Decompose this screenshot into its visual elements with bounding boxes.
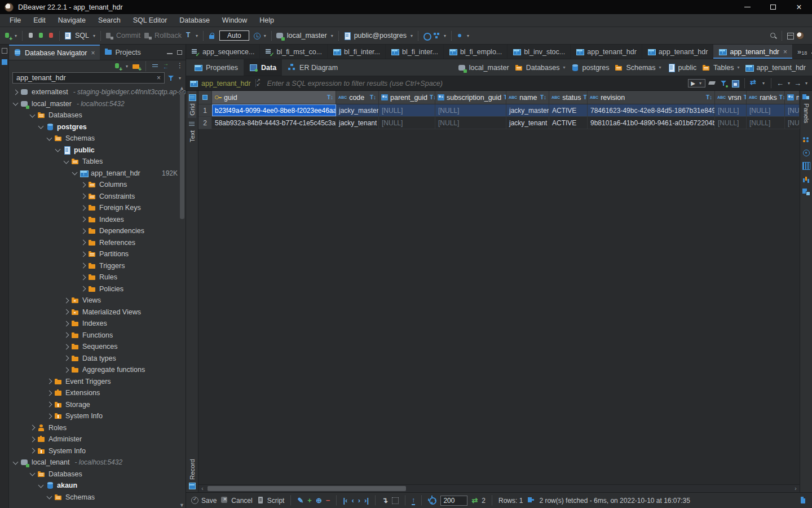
transaction-dropdown[interactable]: ▾ bbox=[196, 33, 198, 38]
record-mode-tab[interactable]: Record bbox=[188, 457, 196, 492]
tree-item-partitions[interactable]: Partitions bbox=[9, 248, 186, 260]
cell-vrsn-row1[interactable]: [NULL] bbox=[715, 104, 747, 116]
row-number-cell[interactable]: 1 bbox=[198, 104, 212, 116]
collapsed-chevron-icon[interactable] bbox=[81, 263, 86, 269]
menu-edit[interactable]: Edit bbox=[27, 15, 52, 25]
breadcrumb-schemas[interactable]: Schemas▾ bbox=[613, 64, 663, 72]
tx-refresh-icon[interactable]: ⇄ bbox=[471, 496, 478, 505]
breadcrumb-app_tenant_hdr[interactable]: app_tenant_hdr bbox=[743, 64, 807, 72]
subtab-data[interactable]: Data bbox=[244, 59, 282, 76]
editor-tab-app_tenant_hdr[interactable]: app_tenant_hdr bbox=[571, 45, 642, 59]
tree-item-akaun[interactable]: akaun bbox=[9, 480, 186, 492]
expanded-chevron-icon[interactable] bbox=[30, 112, 36, 117]
scroll-left-icon[interactable]: ‹ bbox=[198, 485, 206, 492]
close-tab-icon[interactable]: × bbox=[91, 49, 95, 57]
menu-navigate[interactable]: Navigate bbox=[52, 15, 92, 25]
scroll-down-icon[interactable]: ▼ bbox=[179, 502, 185, 508]
collapsed-chevron-icon[interactable] bbox=[64, 309, 69, 315]
rollback-button[interactable]: Rollback bbox=[155, 32, 182, 40]
expanded-chevron-icon[interactable] bbox=[13, 459, 19, 465]
editor-tab-bl_inv_stoc[interactable]: bl_inv_stoc... bbox=[508, 45, 571, 59]
tree-item-policies[interactable]: Policies bbox=[9, 283, 186, 295]
tree-item-local_tenant[interactable]: local_tenant- localhost:5432 bbox=[9, 457, 186, 468]
cancel-button[interactable]: Cancel bbox=[220, 496, 252, 505]
grid-corner-select-all[interactable] bbox=[198, 91, 212, 104]
transaction-log-icon[interactable] bbox=[184, 32, 193, 40]
connection-dropdown[interactable]: ▾ bbox=[331, 33, 333, 38]
sidebar-connection-dropdown[interactable]: ▾ bbox=[126, 64, 128, 69]
breadcrumb-dropdown-icon[interactable]: ▾ bbox=[563, 65, 565, 70]
minimize-button[interactable] bbox=[734, 0, 760, 14]
references-panel-tab[interactable] bbox=[802, 185, 810, 198]
clear-filter-icon[interactable]: × bbox=[157, 74, 161, 82]
misc-tool-icon[interactable] bbox=[456, 32, 464, 40]
restore-panel-icon[interactable] bbox=[2, 48, 7, 54]
column-sort-filter-icon[interactable]: T↕ bbox=[584, 94, 588, 100]
select-region-icon[interactable] bbox=[392, 497, 399, 504]
new-connection-icon[interactable] bbox=[3, 32, 12, 40]
column-header-vrsn[interactable]: ABCvrsnT↕ bbox=[715, 91, 747, 104]
column-header-revision[interactable]: ABCrevisionT↕ bbox=[588, 91, 715, 104]
expanded-chevron-icon[interactable] bbox=[38, 482, 44, 488]
tree-item-data-types[interactable]: Data types bbox=[9, 353, 186, 365]
connect-icon[interactable] bbox=[27, 32, 35, 40]
expanded-chevron-icon[interactable] bbox=[55, 147, 61, 152]
expanded-chevron-icon[interactable] bbox=[30, 471, 36, 476]
navigator-filter-icon[interactable] bbox=[167, 74, 175, 82]
expand-filter-icon[interactable] bbox=[255, 80, 263, 87]
tree-item-databases[interactable]: Databases bbox=[9, 110, 186, 121]
collapse-all-icon[interactable] bbox=[151, 62, 160, 71]
editor-tab-app_tenant_hdr[interactable]: app_tenant_hdr bbox=[642, 45, 714, 59]
cell-guid-row2[interactable]: 58ab932a-84b9-4443-b774-c1e5c45c3ac1 bbox=[212, 117, 336, 129]
expanded-chevron-icon[interactable] bbox=[64, 158, 69, 164]
cell-code-row2[interactable]: jacky_tenant bbox=[336, 117, 379, 129]
editor-tab-bl_fi_emplo[interactable]: bl_fi_emplo... bbox=[444, 45, 508, 59]
menu-window[interactable]: Window bbox=[216, 15, 253, 25]
previous-row-icon[interactable]: ‹ bbox=[351, 496, 354, 505]
settings-gear-icon[interactable] bbox=[428, 496, 436, 505]
scrollbar-thumb[interactable] bbox=[180, 92, 184, 219]
column-sort-filter-icon[interactable]: T↕ bbox=[327, 94, 333, 100]
cell-revision-row1[interactable]: 78461623-49bc-42e8-84d5-1867b31e8499 bbox=[588, 104, 715, 116]
scroll-right-icon[interactable]: › bbox=[792, 485, 800, 492]
collapsed-chevron-icon[interactable] bbox=[81, 274, 86, 280]
rollback-icon[interactable] bbox=[143, 32, 152, 40]
collapsed-chevron-icon[interactable] bbox=[81, 286, 86, 292]
goto-row-icon[interactable]: ↴ bbox=[382, 496, 388, 505]
last-row-icon[interactable]: ›| bbox=[364, 496, 369, 505]
cell-guid-row1[interactable]: b23f49a4-9099-4ee0-8be8-f2023ee46aa0 bbox=[212, 104, 336, 116]
link-with-editor-icon[interactable] bbox=[162, 62, 171, 71]
next-row-icon[interactable]: › bbox=[358, 496, 360, 505]
tree-item-administer[interactable]: Administer bbox=[9, 433, 186, 445]
tree-item-rules[interactable]: Rules bbox=[9, 271, 186, 283]
custom-filter-icon[interactable] bbox=[720, 79, 728, 87]
sql-filter-input[interactable] bbox=[267, 80, 685, 87]
collapsed-chevron-icon[interactable] bbox=[13, 89, 19, 95]
column-header-name[interactable]: ABCnameT↕ bbox=[506, 91, 549, 104]
sidebar-scrollbar[interactable]: ▲ ▼ bbox=[179, 85, 185, 508]
commit-icon[interactable] bbox=[105, 32, 113, 40]
tree-item-aggregate-functions[interactable]: Aggregate functions bbox=[9, 364, 186, 376]
collapsed-chevron-icon[interactable] bbox=[47, 379, 52, 384]
editor-tab-app_sequence[interactable]: app_sequence... bbox=[186, 45, 260, 59]
fetch-size-input[interactable] bbox=[440, 496, 467, 506]
column-header-subscription_guid[interactable]: subscription_guidT↕ bbox=[435, 91, 506, 104]
history-forward-dropdown[interactable]: ▾ bbox=[805, 81, 807, 86]
save-filter-icon[interactable] bbox=[731, 79, 739, 87]
tab-overflow-button[interactable]: »18 bbox=[793, 45, 811, 59]
active-schema-icon[interactable] bbox=[343, 32, 351, 40]
menu-file[interactable]: File bbox=[3, 15, 27, 25]
edit-cell-icon[interactable]: ✎ bbox=[297, 496, 303, 505]
sql-editor-icon[interactable] bbox=[64, 32, 72, 40]
expanded-chevron-icon[interactable] bbox=[47, 494, 52, 500]
tree-item-indexes[interactable]: Indexes bbox=[9, 318, 186, 330]
cell-parent_guid-row2[interactable]: [NULL] bbox=[379, 117, 435, 129]
tree-item-public[interactable]: public bbox=[9, 144, 186, 156]
cell-code-row1[interactable]: jacky_master bbox=[336, 104, 379, 116]
sidebar-new-connection-icon[interactable] bbox=[113, 62, 122, 71]
delete-row-icon[interactable]: − bbox=[326, 496, 330, 505]
column-header-status[interactable]: ABCstatusT↕ bbox=[549, 91, 588, 104]
refresh-icon[interactable] bbox=[750, 79, 758, 87]
expanded-chevron-icon[interactable] bbox=[72, 170, 78, 176]
collapsed-chevron-icon[interactable] bbox=[81, 217, 86, 222]
